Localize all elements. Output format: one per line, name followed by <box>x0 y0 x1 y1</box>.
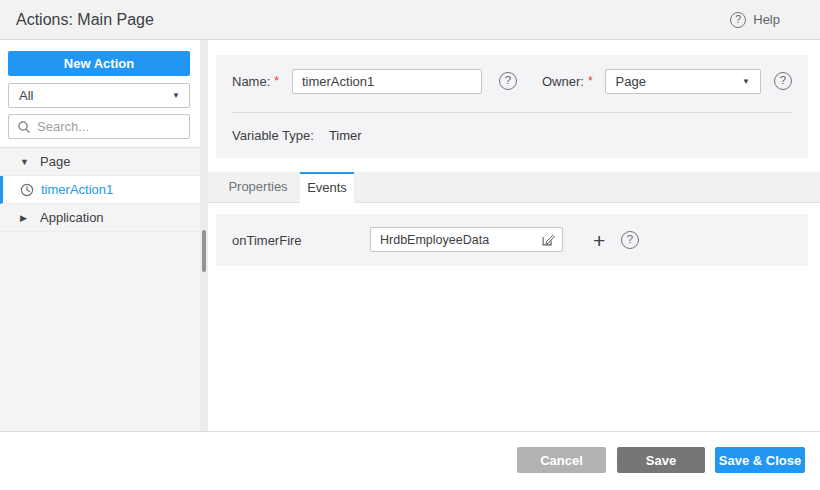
tree-node-label: Page <box>40 154 70 169</box>
help-label[interactable]: Help <box>753 12 780 27</box>
filter-dropdown-value: All <box>19 84 33 107</box>
page-title: Actions: Main Page <box>16 0 154 39</box>
event-name-label: onTimerFire <box>232 233 302 248</box>
tree-node-application[interactable]: ▶ Application <box>0 204 200 232</box>
detail-tab-bar: Properties Events <box>208 172 820 203</box>
search-box <box>8 114 190 139</box>
actions-sidebar: New Action All ▼ ▼ Page timerAction1 <box>0 40 200 431</box>
help-icon[interactable]: ? <box>730 12 746 28</box>
form-divider <box>232 112 792 113</box>
footer-bar: Cancel Save Save & Close <box>0 431 820 490</box>
event-help-icon[interactable]: ? <box>621 231 639 249</box>
tree-node-label: Application <box>40 210 104 225</box>
save-button[interactable]: Save <box>617 447 705 473</box>
caret-right-icon[interactable]: ▶ <box>20 213 32 223</box>
help-button[interactable]: ? Help <box>730 0 780 39</box>
tree-node-timer-action[interactable]: timerAction1 <box>0 176 200 204</box>
tab-events[interactable]: Events <box>300 172 354 203</box>
owner-dropdown[interactable]: Page ▼ <box>605 69 761 94</box>
event-handler-field <box>370 227 563 252</box>
sidebar-scrollbar-thumb[interactable] <box>202 230 206 272</box>
tree-node-label: timerAction1 <box>41 182 113 197</box>
events-panel: onTimerFire + ? <box>216 214 808 266</box>
actions-tree: ▼ Page timerAction1 ▶ Application <box>0 147 200 431</box>
cancel-button[interactable]: Cancel <box>517 447 606 473</box>
name-help-icon[interactable]: ? <box>499 72 517 90</box>
owner-label: Owner: <box>542 74 584 89</box>
caret-down-icon[interactable]: ▼ <box>20 157 32 167</box>
event-handler-input[interactable] <box>371 228 562 251</box>
action-detail-pane: Name: * ? Owner: * Page ▼ ? Variable Typ… <box>208 40 820 431</box>
variable-type-value: Timer <box>329 128 362 143</box>
required-marker: * <box>588 74 593 88</box>
action-properties-form: Name: * ? Owner: * Page ▼ ? Variable Typ… <box>216 55 808 158</box>
tab-properties[interactable]: Properties <box>216 172 300 202</box>
sidebar-scrollbar-track[interactable] <box>200 40 208 431</box>
filter-dropdown[interactable]: All ▼ <box>8 83 190 108</box>
edit-icon[interactable] <box>540 232 556 248</box>
add-handler-button[interactable]: + <box>593 230 605 251</box>
variable-type-row: Variable Type: Timer <box>232 124 362 146</box>
owner-dropdown-value: Page <box>616 70 646 93</box>
actions-editor-window: Actions: Main Page ? Help New Action All… <box>0 0 820 490</box>
save-and-close-button[interactable]: Save & Close <box>715 447 805 473</box>
dropdown-arrow-icon: ▼ <box>742 70 750 93</box>
owner-help-icon[interactable]: ? <box>774 72 792 90</box>
page-header: Actions: Main Page ? Help <box>0 0 820 40</box>
dropdown-arrow-icon: ▼ <box>172 84 180 107</box>
name-input[interactable] <box>292 69 482 94</box>
name-label: Name: <box>232 74 270 89</box>
required-marker: * <box>274 74 279 88</box>
search-input[interactable] <box>9 115 189 138</box>
variable-type-label: Variable Type: <box>232 128 314 143</box>
new-action-button[interactable]: New Action <box>8 51 190 76</box>
name-owner-row: Name: * ? Owner: * Page ▼ ? <box>232 68 792 94</box>
tree-node-page[interactable]: ▼ Page <box>0 148 200 176</box>
clock-icon <box>20 183 34 197</box>
